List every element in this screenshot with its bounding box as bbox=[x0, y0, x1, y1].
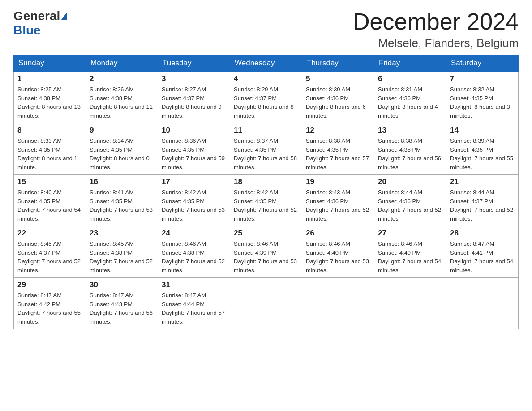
weekday-header-row: SundayMondayTuesdayWednesdayThursdayFrid… bbox=[14, 55, 519, 72]
calendar-cell: 6Sunrise: 8:31 AMSunset: 4:36 PMDaylight… bbox=[374, 72, 446, 123]
day-info: Sunrise: 8:38 AMSunset: 4:35 PMDaylight:… bbox=[378, 137, 442, 171]
day-info: Sunrise: 8:45 AMSunset: 4:37 PMDaylight:… bbox=[17, 240, 82, 274]
day-info: Sunrise: 8:45 AMSunset: 4:38 PMDaylight:… bbox=[90, 240, 154, 274]
day-number: 4 bbox=[234, 74, 298, 83]
day-number: 22 bbox=[17, 229, 82, 238]
day-info: Sunrise: 8:42 AMSunset: 4:35 PMDaylight:… bbox=[162, 188, 226, 223]
day-info: Sunrise: 8:46 AMSunset: 4:38 PMDaylight:… bbox=[162, 240, 226, 274]
day-info: Sunrise: 8:31 AMSunset: 4:36 PMDaylight:… bbox=[378, 85, 442, 120]
location-title: Melsele, Flanders, Belgium bbox=[353, 36, 519, 50]
calendar-week-row: 15Sunrise: 8:40 AMSunset: 4:35 PMDayligh… bbox=[14, 175, 519, 226]
day-info: Sunrise: 8:36 AMSunset: 4:35 PMDaylight:… bbox=[162, 137, 226, 171]
calendar-cell bbox=[374, 278, 446, 329]
calendar-cell: 1Sunrise: 8:25 AMSunset: 4:38 PMDaylight… bbox=[14, 72, 86, 123]
calendar-cell bbox=[302, 278, 374, 329]
weekday-header-sunday: Sunday bbox=[14, 55, 86, 72]
calendar-cell: 3Sunrise: 8:27 AMSunset: 4:37 PMDaylight… bbox=[158, 72, 230, 123]
day-info: Sunrise: 8:33 AMSunset: 4:35 PMDaylight:… bbox=[17, 137, 82, 171]
logo: General Blue bbox=[13, 9, 68, 38]
day-number: 20 bbox=[378, 177, 442, 186]
day-info: Sunrise: 8:29 AMSunset: 4:37 PMDaylight:… bbox=[234, 85, 298, 120]
day-number: 17 bbox=[162, 177, 226, 186]
calendar-cell: 28Sunrise: 8:47 AMSunset: 4:41 PMDayligh… bbox=[446, 226, 519, 278]
logo-general-text: General bbox=[13, 9, 60, 23]
title-section: December 2024 Melsele, Flanders, Belgium bbox=[353, 9, 519, 50]
calendar-cell: 26Sunrise: 8:46 AMSunset: 4:40 PMDayligh… bbox=[302, 226, 374, 278]
calendar-cell bbox=[446, 278, 519, 329]
calendar-cell: 17Sunrise: 8:42 AMSunset: 4:35 PMDayligh… bbox=[158, 175, 230, 226]
calendar-cell: 24Sunrise: 8:46 AMSunset: 4:38 PMDayligh… bbox=[158, 226, 230, 278]
day-info: Sunrise: 8:38 AMSunset: 4:35 PMDaylight:… bbox=[306, 137, 370, 171]
calendar-cell: 11Sunrise: 8:37 AMSunset: 4:35 PMDayligh… bbox=[230, 123, 302, 175]
day-number: 21 bbox=[450, 177, 515, 186]
day-number: 30 bbox=[90, 280, 154, 289]
day-info: Sunrise: 8:46 AMSunset: 4:40 PMDaylight:… bbox=[378, 240, 442, 274]
calendar-cell: 23Sunrise: 8:45 AMSunset: 4:38 PMDayligh… bbox=[86, 226, 158, 278]
day-number: 26 bbox=[306, 229, 370, 238]
day-number: 27 bbox=[378, 229, 442, 238]
day-number: 10 bbox=[162, 126, 226, 135]
day-info: Sunrise: 8:41 AMSunset: 4:35 PMDaylight:… bbox=[90, 188, 154, 223]
calendar-cell: 13Sunrise: 8:38 AMSunset: 4:35 PMDayligh… bbox=[374, 123, 446, 175]
calendar-cell: 21Sunrise: 8:44 AMSunset: 4:37 PMDayligh… bbox=[446, 175, 519, 226]
calendar-cell: 19Sunrise: 8:43 AMSunset: 4:36 PMDayligh… bbox=[302, 175, 374, 226]
calendar-table: SundayMondayTuesdayWednesdayThursdayFrid… bbox=[13, 55, 519, 329]
calendar-week-row: 1Sunrise: 8:25 AMSunset: 4:38 PMDaylight… bbox=[14, 72, 519, 123]
calendar-week-row: 8Sunrise: 8:33 AMSunset: 4:35 PMDaylight… bbox=[14, 123, 519, 175]
weekday-header-tuesday: Tuesday bbox=[158, 55, 230, 72]
calendar-cell: 10Sunrise: 8:36 AMSunset: 4:35 PMDayligh… bbox=[158, 123, 230, 175]
calendar-cell: 14Sunrise: 8:39 AMSunset: 4:35 PMDayligh… bbox=[446, 123, 519, 175]
calendar-cell: 5Sunrise: 8:30 AMSunset: 4:36 PMDaylight… bbox=[302, 72, 374, 123]
day-info: Sunrise: 8:42 AMSunset: 4:35 PMDaylight:… bbox=[234, 188, 298, 223]
weekday-header-friday: Friday bbox=[374, 55, 446, 72]
day-number: 3 bbox=[162, 74, 226, 83]
day-number: 23 bbox=[90, 229, 154, 238]
day-info: Sunrise: 8:47 AMSunset: 4:44 PMDaylight:… bbox=[162, 291, 226, 326]
day-number: 9 bbox=[90, 126, 154, 135]
day-number: 15 bbox=[17, 177, 82, 186]
page-header: General Blue December 2024 Melsele, Flan… bbox=[13, 9, 519, 50]
day-number: 7 bbox=[450, 74, 515, 83]
calendar-week-row: 29Sunrise: 8:47 AMSunset: 4:42 PMDayligh… bbox=[14, 278, 519, 329]
calendar-cell: 2Sunrise: 8:26 AMSunset: 4:38 PMDaylight… bbox=[86, 72, 158, 123]
day-info: Sunrise: 8:34 AMSunset: 4:35 PMDaylight:… bbox=[90, 137, 154, 171]
day-info: Sunrise: 8:46 AMSunset: 4:39 PMDaylight:… bbox=[234, 240, 298, 274]
day-info: Sunrise: 8:30 AMSunset: 4:36 PMDaylight:… bbox=[306, 85, 370, 120]
day-info: Sunrise: 8:37 AMSunset: 4:35 PMDaylight:… bbox=[234, 137, 298, 171]
calendar-cell: 30Sunrise: 8:47 AMSunset: 4:43 PMDayligh… bbox=[86, 278, 158, 329]
calendar-cell: 20Sunrise: 8:44 AMSunset: 4:36 PMDayligh… bbox=[374, 175, 446, 226]
day-number: 1 bbox=[17, 74, 82, 83]
calendar-cell: 31Sunrise: 8:47 AMSunset: 4:44 PMDayligh… bbox=[158, 278, 230, 329]
day-info: Sunrise: 8:27 AMSunset: 4:37 PMDaylight:… bbox=[162, 85, 226, 120]
day-number: 11 bbox=[234, 126, 298, 135]
logo-blue-text: Blue bbox=[13, 23, 41, 38]
day-info: Sunrise: 8:32 AMSunset: 4:35 PMDaylight:… bbox=[450, 85, 515, 120]
day-info: Sunrise: 8:44 AMSunset: 4:37 PMDaylight:… bbox=[450, 188, 515, 223]
day-number: 14 bbox=[450, 126, 515, 135]
calendar-cell: 15Sunrise: 8:40 AMSunset: 4:35 PMDayligh… bbox=[14, 175, 86, 226]
calendar-cell: 9Sunrise: 8:34 AMSunset: 4:35 PMDaylight… bbox=[86, 123, 158, 175]
calendar-cell: 7Sunrise: 8:32 AMSunset: 4:35 PMDaylight… bbox=[446, 72, 519, 123]
calendar-cell: 22Sunrise: 8:45 AMSunset: 4:37 PMDayligh… bbox=[14, 226, 86, 278]
calendar-cell: 27Sunrise: 8:46 AMSunset: 4:40 PMDayligh… bbox=[374, 226, 446, 278]
day-number: 12 bbox=[306, 126, 370, 135]
day-number: 29 bbox=[17, 280, 82, 289]
day-number: 31 bbox=[162, 280, 226, 289]
calendar-cell: 4Sunrise: 8:29 AMSunset: 4:37 PMDaylight… bbox=[230, 72, 302, 123]
calendar-week-row: 22Sunrise: 8:45 AMSunset: 4:37 PMDayligh… bbox=[14, 226, 519, 278]
day-info: Sunrise: 8:47 AMSunset: 4:43 PMDaylight:… bbox=[90, 291, 154, 326]
calendar-cell: 16Sunrise: 8:41 AMSunset: 4:35 PMDayligh… bbox=[86, 175, 158, 226]
day-number: 25 bbox=[234, 229, 298, 238]
day-info: Sunrise: 8:43 AMSunset: 4:36 PMDaylight:… bbox=[306, 188, 370, 223]
day-info: Sunrise: 8:44 AMSunset: 4:36 PMDaylight:… bbox=[378, 188, 442, 223]
day-info: Sunrise: 8:46 AMSunset: 4:40 PMDaylight:… bbox=[306, 240, 370, 274]
day-number: 8 bbox=[17, 126, 82, 135]
calendar-cell bbox=[230, 278, 302, 329]
day-number: 19 bbox=[306, 177, 370, 186]
weekday-header-saturday: Saturday bbox=[446, 55, 519, 72]
day-number: 24 bbox=[162, 229, 226, 238]
day-info: Sunrise: 8:40 AMSunset: 4:35 PMDaylight:… bbox=[17, 188, 82, 223]
calendar-cell: 12Sunrise: 8:38 AMSunset: 4:35 PMDayligh… bbox=[302, 123, 374, 175]
weekday-header-thursday: Thursday bbox=[302, 55, 374, 72]
day-info: Sunrise: 8:25 AMSunset: 4:38 PMDaylight:… bbox=[17, 85, 82, 120]
